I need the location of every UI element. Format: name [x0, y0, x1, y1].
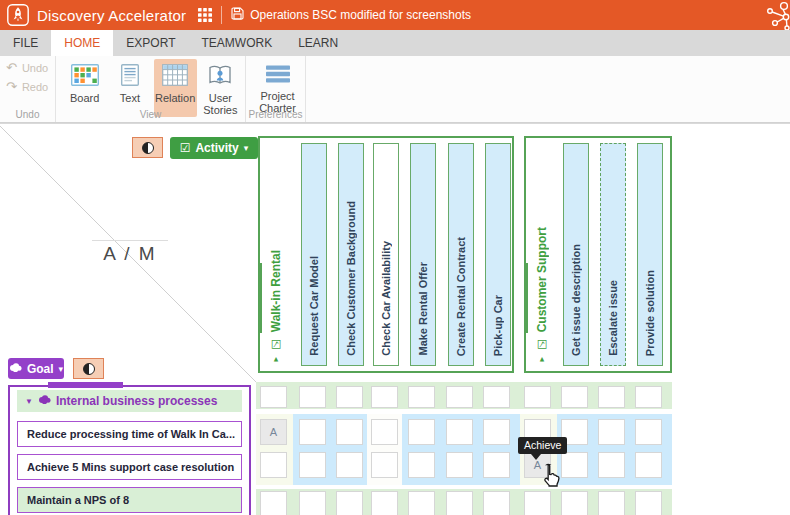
relation-cell[interactable]: [336, 419, 363, 445]
relation-cell[interactable]: [483, 419, 510, 445]
contrast-toggle-button[interactable]: [73, 358, 104, 379]
project-charter-button[interactable]: Project Charter: [253, 59, 302, 115]
collapse-arrow-icon: ▾: [537, 355, 547, 365]
relation-cell[interactable]: [299, 452, 326, 478]
ribbon-group-preferences: Project Charter Preferences: [246, 56, 306, 122]
relation-cell[interactable]: [446, 386, 473, 408]
rocket-logo-icon: [7, 4, 29, 26]
relation-cell[interactable]: [336, 386, 363, 408]
goal-group-panel: ▼ Internal business processes Reduce pro…: [8, 385, 251, 515]
relation-cell[interactable]: [561, 386, 588, 408]
goal-item[interactable]: Reduce processing time of Walk In Ca...: [17, 421, 242, 447]
relation-cell[interactable]: [371, 491, 398, 515]
relation-cell[interactable]: [483, 491, 510, 515]
relation-cell[interactable]: [635, 491, 662, 515]
document-title: Operations BSC modified for screenshots: [250, 8, 471, 22]
relation-cell[interactable]: [260, 452, 287, 478]
menu-tab-export[interactable]: EXPORT: [113, 30, 188, 56]
relation-tooltip: Achieve: [518, 437, 567, 454]
relation-cell[interactable]: [260, 386, 287, 408]
relation-cell[interactable]: [336, 491, 363, 515]
goal-group-label: Internal business processes: [56, 394, 217, 408]
redo-button[interactable]: ↷ Redo: [4, 79, 51, 95]
ribbon-group-label: Undo: [0, 109, 55, 120]
relation-cell[interactable]: [524, 491, 551, 515]
relation-cell[interactable]: [371, 452, 398, 478]
activity-column[interactable]: Pick-up Car: [485, 143, 511, 366]
save-icon: [231, 7, 244, 23]
contrast-toggle-button[interactable]: [132, 137, 163, 158]
activity-column[interactable]: Request Car Model: [301, 143, 327, 366]
menu-tab-teamwork[interactable]: TEAMWORK: [188, 30, 285, 56]
activity-column[interactable]: Check Customer Background: [338, 143, 364, 366]
activity-group-label: Customer Support: [535, 227, 549, 332]
relation-cell[interactable]: [299, 419, 326, 445]
user-stories-icon: [208, 64, 232, 89]
relation-cell[interactable]: [408, 419, 435, 445]
project-charter-icon: [265, 64, 291, 87]
menu-tab-learn[interactable]: LEARN: [285, 30, 351, 56]
activity-group-header[interactable]: ▾☑Walk-in Rental: [261, 138, 290, 367]
activity-column[interactable]: Provide solution: [637, 143, 663, 366]
relation-cell[interactable]: [446, 491, 473, 515]
activity-column[interactable]: Make Rental Offer: [410, 143, 436, 366]
goal-item[interactable]: Maintain a NPS of 8: [17, 487, 242, 513]
relation-cell[interactable]: [446, 419, 473, 445]
menu-bar: FILE HOME EXPORT TEAMWORK LEARN: [0, 30, 790, 56]
relation-icon: [162, 64, 188, 89]
contrast-icon: [83, 363, 95, 375]
goal-group-header[interactable]: ▼ Internal business processes: [17, 390, 242, 412]
goal-item[interactable]: Achieve 5 Mins support case resolution: [17, 454, 242, 480]
relation-cell[interactable]: [635, 452, 662, 478]
ribbon-group-label: Preferences: [246, 109, 305, 120]
activity-column[interactable]: Get issue description: [563, 143, 589, 366]
relation-cell[interactable]: [483, 452, 510, 478]
goal-dropdown-button[interactable]: Goal ▾: [8, 358, 64, 379]
ribbon: ↶ Undo ↷ Redo Undo Board Text: [0, 56, 790, 123]
contrast-icon: [142, 142, 154, 154]
activity-group-walk-in-rental: ▾☑Walk-in Rental Request Car ModelCheck …: [258, 136, 514, 373]
redo-icon: ↷: [6, 82, 17, 92]
relation-cell[interactable]: [446, 452, 473, 478]
relation-cell[interactable]: [598, 419, 625, 445]
relation-cell[interactable]: A: [260, 419, 287, 445]
menu-tab-file[interactable]: FILE: [0, 30, 51, 56]
activity-column-label: Pick-up Car: [492, 295, 504, 356]
activity-column[interactable]: Escalate issue: [600, 143, 626, 366]
app-header: Discovery Accelerator Operations BSC mod…: [0, 0, 790, 30]
cursor-pointer-icon: [539, 463, 561, 493]
relation-cell[interactable]: [635, 386, 662, 408]
relation-cell[interactable]: [598, 491, 625, 515]
caret-down-icon: ▾: [59, 364, 64, 374]
relation-cell[interactable]: [408, 452, 435, 478]
relation-cell[interactable]: [371, 419, 398, 445]
activity-column[interactable]: Create Rental Contract: [448, 143, 474, 366]
activity-column[interactable]: Check Car Availability: [373, 143, 399, 366]
activity-group-header[interactable]: ▾☑Customer Support: [527, 138, 556, 367]
relation-cell[interactable]: [524, 386, 551, 408]
activity-column-label: Provide solution: [644, 270, 656, 356]
relation-cell[interactable]: [299, 386, 326, 408]
relation-cell[interactable]: [561, 452, 588, 478]
activity-dropdown-button[interactable]: ☑ Activity ▾: [170, 137, 258, 159]
relation-cell[interactable]: [598, 386, 625, 408]
menu-tab-home[interactable]: HOME: [51, 30, 113, 56]
app-launcher-grid-icon[interactable]: [198, 8, 212, 22]
relation-cell[interactable]: [561, 491, 588, 515]
undo-button[interactable]: ↶ Undo: [4, 60, 51, 76]
relation-cell[interactable]: [635, 419, 662, 445]
relation-cell[interactable]: [483, 386, 510, 408]
collapse-arrow-icon: ▾: [271, 355, 281, 365]
relation-cell[interactable]: [408, 386, 435, 408]
checkbox-icon: ☑: [535, 337, 549, 351]
checkbox-icon: ☑: [180, 141, 191, 155]
checkbox-icon: ☑: [269, 337, 283, 351]
relation-cell[interactable]: [260, 491, 287, 515]
relation-cell[interactable]: [598, 452, 625, 478]
relation-cell[interactable]: [408, 491, 435, 515]
relation-cell[interactable]: [371, 386, 398, 408]
relation-cell[interactable]: [299, 491, 326, 515]
relation-cell[interactable]: [336, 452, 363, 478]
undo-icon: ↶: [6, 63, 17, 73]
brain-icon: [38, 394, 51, 408]
